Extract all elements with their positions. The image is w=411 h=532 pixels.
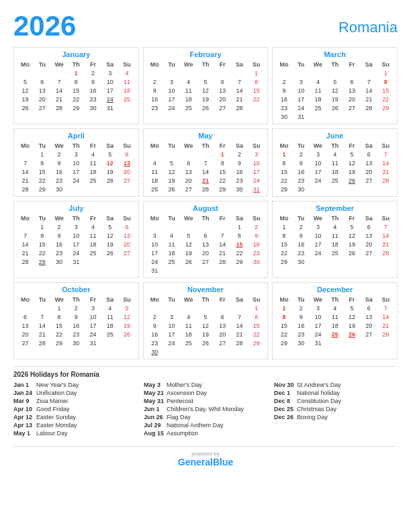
day-cell: 10 bbox=[163, 86, 180, 95]
day-cell: 18 bbox=[118, 86, 135, 95]
day-cell bbox=[163, 266, 180, 275]
day-header-fr: Fr bbox=[214, 214, 231, 222]
day-cell: 1 bbox=[214, 150, 231, 159]
day-cell: 19 bbox=[17, 95, 34, 103]
day-cell: 22 bbox=[275, 176, 292, 185]
holiday-item: Jan 1New Year's Day bbox=[13, 382, 137, 388]
day-cell: 25 bbox=[101, 330, 118, 339]
day-cell bbox=[214, 347, 231, 356]
day-cell bbox=[326, 69, 343, 77]
day-cell: 14 bbox=[17, 240, 34, 249]
day-cell: 3 bbox=[293, 77, 310, 86]
day-cell bbox=[310, 185, 326, 193]
day-cell: 30 bbox=[68, 339, 85, 347]
day-cell: 10 bbox=[310, 159, 326, 167]
day-cell: 24 bbox=[248, 176, 265, 185]
day-cell: 28 bbox=[231, 103, 248, 112]
day-cell bbox=[34, 304, 50, 312]
day-cell: 7 bbox=[34, 312, 50, 321]
day-cell: 20 bbox=[34, 95, 50, 103]
day-cell: 17 bbox=[293, 95, 310, 103]
day-cell bbox=[146, 69, 163, 77]
holidays-title: 2026 Holidays for Romania bbox=[13, 371, 398, 378]
day-cell: 16 bbox=[146, 330, 163, 339]
day-cell: 15 bbox=[248, 321, 265, 330]
day-cell: 25 bbox=[146, 185, 163, 193]
day-header-tu: Tu bbox=[293, 142, 310, 150]
holiday-name: Constitution Day bbox=[297, 398, 341, 404]
day-header-th: Th bbox=[326, 214, 343, 222]
holiday-date: Dec 8 bbox=[274, 398, 294, 404]
day-cell: 21 bbox=[377, 167, 394, 176]
day-cell: 3 bbox=[163, 77, 180, 86]
day-cell: 16 bbox=[68, 321, 85, 330]
day-cell: 13 bbox=[214, 86, 231, 95]
holiday-date: Dec 26 bbox=[274, 414, 294, 420]
day-cell: 11 bbox=[180, 86, 197, 95]
day-cell: 9 bbox=[68, 312, 85, 321]
day-cell: 7 bbox=[377, 150, 394, 159]
day-cell: 15 bbox=[275, 167, 292, 176]
day-cell: 10 bbox=[101, 77, 118, 86]
day-cell: 30 bbox=[293, 257, 310, 266]
day-cell: 26 bbox=[326, 103, 343, 112]
day-cell: 15 bbox=[34, 167, 50, 176]
day-grid: MoTuWeThFrSaSu12345678910111213141516171… bbox=[275, 214, 394, 266]
day-cell: 18 bbox=[310, 95, 326, 103]
day-cell: 5 bbox=[163, 159, 180, 167]
day-header-mo: Mo bbox=[146, 60, 163, 69]
holiday-item: Jan 24Unification Day bbox=[13, 390, 137, 396]
day-cell bbox=[214, 266, 231, 275]
day-header-fr: Fr bbox=[214, 60, 231, 69]
day-cell: 4 bbox=[310, 77, 326, 86]
day-cell: 4 bbox=[180, 77, 197, 86]
holiday-name: Pentecost bbox=[167, 398, 193, 404]
day-header-mo: Mo bbox=[146, 214, 163, 222]
day-cell: 18 bbox=[326, 321, 343, 330]
day-cell: 1 bbox=[50, 304, 67, 312]
day-cell: 2 bbox=[248, 222, 265, 231]
day-cell: 15 bbox=[34, 240, 50, 249]
day-cell bbox=[377, 339, 394, 347]
day-header-su: Su bbox=[248, 214, 265, 222]
day-header-th: Th bbox=[326, 60, 343, 69]
day-header-fr: Fr bbox=[343, 60, 360, 69]
day-cell bbox=[17, 222, 34, 231]
day-cell: 22 bbox=[275, 330, 292, 339]
day-cell: 22 bbox=[34, 249, 50, 257]
day-cell: 8 bbox=[50, 312, 67, 321]
day-cell bbox=[118, 257, 135, 266]
day-cell: 3 bbox=[146, 231, 163, 240]
day-header-we: We bbox=[50, 296, 67, 304]
holiday-item: Apr 10Good Friday bbox=[13, 406, 137, 412]
day-cell: 3 bbox=[68, 222, 85, 231]
holiday-name: Ascension Day bbox=[167, 390, 207, 396]
country-label: Romania bbox=[338, 19, 398, 36]
day-cell: 23 bbox=[85, 95, 101, 103]
day-cell: 28 bbox=[50, 103, 67, 112]
day-cell: 14 bbox=[231, 321, 248, 330]
day-cell: 22 bbox=[231, 249, 248, 257]
day-cell: 22 bbox=[214, 176, 231, 185]
holiday-name: Flag Day bbox=[167, 414, 191, 420]
day-header-sa: Sa bbox=[361, 142, 377, 150]
day-cell: 9 bbox=[275, 86, 292, 95]
day-cell: 19 bbox=[343, 240, 360, 249]
day-cell: 17 bbox=[163, 330, 180, 339]
day-cell: 25 bbox=[310, 103, 326, 112]
month-title: January bbox=[17, 50, 136, 58]
holiday-date: Nov 30 bbox=[274, 382, 294, 388]
day-cell: 9 bbox=[293, 312, 310, 321]
day-cell: 31 bbox=[248, 185, 265, 193]
month-block-october: OctoberMoTuWeThFrSaSu1234567891011121314… bbox=[13, 282, 139, 359]
holiday-name: Assumption bbox=[167, 430, 198, 437]
day-header-fr: Fr bbox=[343, 214, 360, 222]
day-cell: 23 bbox=[293, 176, 310, 185]
holidays-grid: Jan 1New Year's DayJan 24Unification Day… bbox=[13, 382, 398, 438]
day-header-su: Su bbox=[248, 142, 265, 150]
day-cell: 1 bbox=[248, 69, 265, 77]
day-grid: MoTuWeThFrSaSu12345678910111213141516171… bbox=[275, 60, 394, 121]
month-block-july: JulyMoTuWeThFrSaSu1234567891011121314151… bbox=[13, 201, 139, 278]
day-cell: 24 bbox=[85, 330, 101, 339]
day-cell: 18 bbox=[163, 249, 180, 257]
